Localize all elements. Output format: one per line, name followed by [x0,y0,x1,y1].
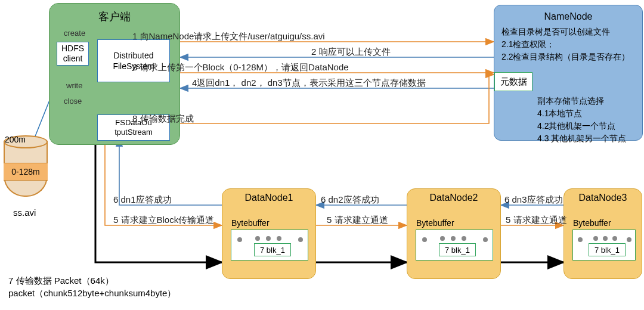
bytebuffer2: Bytebuffer 7 blk_1 [416,230,493,261]
namenode-box: NameNode 检查目录树是否可以创建文件 2.1检查权限； 2.2检查目录结… [494,5,643,141]
client-title: 客户端 [49,10,179,24]
label-close: close [64,97,82,106]
dn1-title: DataNode1 [222,193,315,203]
msg-5b: 5 请求建立通道 [327,215,388,226]
nn-r1: 副本存储节点选择 [537,95,626,107]
namenode-title: NameNode [494,11,642,22]
msg-4: 4返回dn1， dn2， dn3节点，表示采用这三个节点存储数据 [192,78,426,89]
msg-5c: 5 请求建立通道 [506,215,567,226]
disk-band: 0-128m [4,163,48,181]
nn-r4: 4.3 其他机架另一个节点 [537,132,626,145]
msg-6a: 6 dn1应答成功 [113,194,172,206]
dn3-title: DataNode3 [564,193,642,203]
dn2-title: DataNode2 [407,193,500,203]
nn-check3: 2.2检查目录结构（目录是否存在） [501,51,630,63]
msg-5a: 5 请求建立Block传输通道 [113,215,214,226]
bottom-caption: 7 传输数据 Packet（64k） packet（chunk512byte+c… [8,274,176,299]
datanode2: DataNode2 Bytebuffer 7 blk_1 [407,188,501,279]
msg-3: 3 请求上传第一个Block（0-128M），请返回DataNode [132,62,349,73]
blk2: 7 blk_1 [439,243,476,256]
datanode1: DataNode1 Bytebuffer 7 blk_1 [222,188,316,279]
nn-r3: 4.2其他机架一个节点 [537,120,626,132]
hdfs-client-box: HDFS client [57,42,89,66]
msg-6b: 6 dn2应答成功 [321,194,379,206]
blk1: 7 blk_1 [254,243,291,256]
blk3: 7 blk_1 [589,243,626,256]
distributed-fs-box: Distributed FileSystem [97,39,170,82]
bytebuffer3: Bytebuffer 7 blk_1 [572,230,636,261]
disk-icon: 0-128m [4,135,47,201]
nn-check2: 2.1检查权限； [501,38,630,51]
metadata-box: 元数据 [494,72,532,91]
disk-size: 200m [5,135,26,144]
disk-filename: ss.avi [13,207,36,218]
bytebuffer1: Bytebuffer 7 blk_1 [231,230,308,261]
msg-6c: 6 dn3应答成功 [504,194,563,206]
msg-8: 8 传输数据完成 [132,113,194,125]
datanode3: DataNode3 Bytebuffer 7 blk_1 [564,188,642,279]
label-write: write [66,81,82,90]
label-create: create [64,29,85,38]
nn-check1: 检查目录树是否可以创建文件 [501,26,630,38]
nn-r2: 4.1本地节点 [537,107,626,120]
msg-2: 2 响应可以上传文件 [311,46,391,58]
msg-7b: packet（chunk512byte+chunksum4byte） [8,287,176,299]
msg-1: 1 向NameNode请求上传文件/user/atguigu/ss.avi [132,31,325,42]
msg-7: 7 传输数据 Packet（64k） [8,274,176,287]
